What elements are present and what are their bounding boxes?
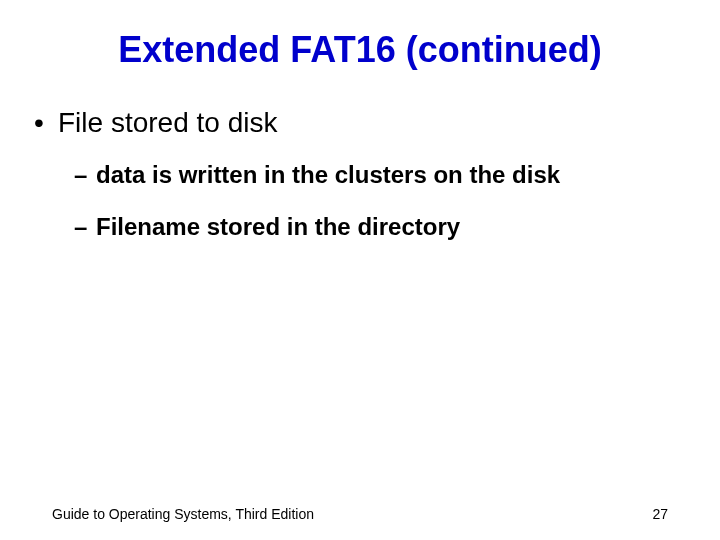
dash-icon: – [74, 213, 96, 241]
bullet-level1: • File stored to disk [30, 107, 680, 139]
footer-source: Guide to Operating Systems, Third Editio… [52, 506, 314, 522]
bullet-level2-text: data is written in the clusters on the d… [96, 161, 560, 189]
slide-title: Extended FAT16 (continued) [0, 0, 720, 71]
bullet-level2: – Filename stored in the directory [30, 213, 680, 241]
slide-footer: Guide to Operating Systems, Third Editio… [0, 506, 720, 522]
bullet-level2: – data is written in the clusters on the… [30, 161, 680, 189]
slide-content: • File stored to disk – data is written … [0, 71, 720, 241]
slide: Extended FAT16 (continued) • File stored… [0, 0, 720, 540]
bullet-level2-text: Filename stored in the directory [96, 213, 460, 241]
bullet-dot-icon: • [30, 107, 58, 139]
footer-page-number: 27 [652, 506, 668, 522]
bullet-level1-text: File stored to disk [58, 107, 277, 139]
dash-icon: – [74, 161, 96, 189]
